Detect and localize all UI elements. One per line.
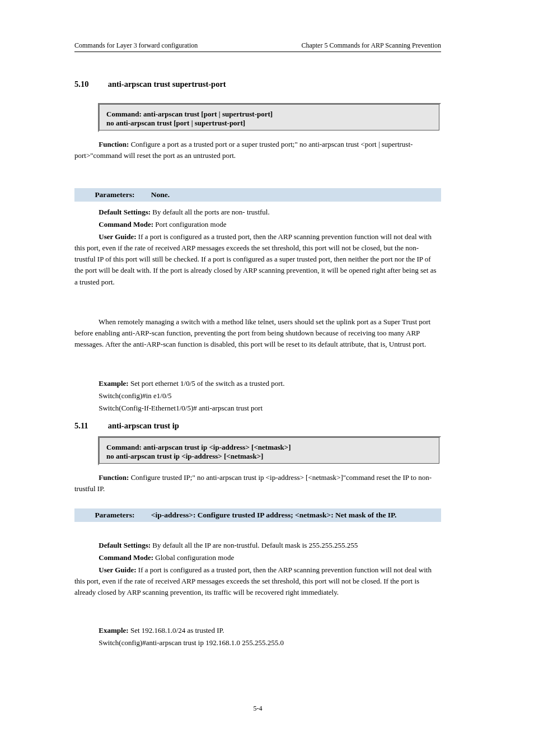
section-number: 5.10: [74, 80, 106, 89]
command-text: Command: anti-arpscan trust [port | supe…: [106, 110, 433, 128]
default-settings-row-2: Default Settings: By default all the IP …: [74, 540, 441, 551]
example-label: Example:: [99, 379, 128, 388]
section-title: anti-arpscan trust supertrust-port: [108, 80, 226, 88]
example-text: Set 192.168.1.0/24 as trusted IP.: [130, 626, 224, 634]
page-number-value: 5-4: [254, 704, 263, 712]
command-mode-row: Command Mode: Port configuration mode: [74, 219, 441, 230]
command-mode-label: Command Mode:: [99, 553, 153, 562]
parameters-band: Parameters: None.: [74, 188, 441, 202]
function-label: Function:: [99, 473, 129, 482]
header-left: Commands for Layer 3 forward configurati…: [74, 41, 198, 50]
section-heading-5-10: 5.10 anti-arpscan trust supertrust-port: [74, 80, 441, 89]
command-mode-text: Global configuration mode: [155, 553, 234, 562]
section-title: anti-arpscan trust ip: [108, 421, 179, 430]
example-text: Set port ethernet 1/0/5 of the switch as…: [130, 379, 284, 388]
command-mode-text: Port configuration mode: [155, 220, 226, 228]
example-row-2: Example: Set 192.168.1.0/24 as trusted I…: [74, 625, 441, 636]
parameters-label: Parameters:: [93, 508, 149, 522]
default-settings-label: Default Settings:: [99, 208, 151, 216]
default-settings-text: By default all the IP are non-trustful. …: [152, 541, 358, 549]
parameters-label: Parameters:: [93, 188, 149, 202]
section-number: 5.11: [74, 421, 106, 431]
default-settings-text: By default all the ports are non- trustf…: [152, 208, 269, 216]
page-number: 5-4: [74, 704, 441, 713]
user-guide-row-2: User Guide: If a port is configured as a…: [74, 564, 441, 598]
command-mode-row-2: Command Mode: Global configuration mode: [74, 552, 441, 563]
example-line-2-1: Switch(config)#anti-arpscan trust ip 192…: [74, 637, 441, 648]
dhcp-note-text: When remotely managing a switch with a m…: [74, 318, 430, 348]
command-box: Command: anti-arpscan trust ip <ip-addre…: [98, 436, 441, 465]
page: Commands for Layer 3 forward configurati…: [0, 0, 534, 756]
example-row: Example: Set port ethernet 1/0/5 of the …: [74, 378, 441, 389]
function-row: Function: Configure a port as a trusted …: [74, 139, 441, 161]
command-box: Command: anti-arpscan trust [port | supe…: [98, 103, 441, 132]
example-cmd-2: Switch(Config-If-Ethernet1/0/5)# anti-ar…: [99, 404, 263, 412]
parameters-value: None.: [151, 190, 170, 199]
parameters-value: <ip-address>: Configure trusted IP addre…: [151, 511, 397, 519]
section-heading-5-11: 5.11 anti-arpscan trust ip: [74, 421, 441, 431]
user-guide-label: User Guide:: [99, 232, 136, 241]
default-settings-label: Default Settings:: [99, 541, 151, 549]
dhcp-note: When remotely managing a switch with a m…: [74, 316, 441, 350]
command-mode-label: Command Mode:: [99, 220, 153, 228]
header-rule: [74, 52, 441, 52]
example-cmd-1: Switch(config)#in e1/0/5: [99, 391, 171, 400]
user-guide-row: User Guide: If a port is configured as a…: [74, 231, 441, 288]
default-settings-row: Default Settings: By default all the por…: [74, 207, 441, 218]
example-line-2: Switch(Config-If-Ethernet1/0/5)# anti-ar…: [74, 403, 441, 414]
parameters-band-2: Parameters: <ip-address>: Configure trus…: [74, 508, 441, 522]
user-guide-label: User Guide:: [99, 566, 136, 574]
example-label: Example:: [99, 626, 128, 634]
example-cmd: Switch(config)#anti-arpscan trust ip 192…: [99, 638, 284, 647]
function-label: Function:: [99, 140, 129, 148]
command-text: Command: anti-arpscan trust ip <ip-addre…: [106, 443, 433, 461]
page-header: Commands for Layer 3 forward configurati…: [74, 41, 441, 50]
header-right: Chapter 5 Commands for ARP Scanning Prev…: [301, 41, 441, 50]
function-row-2: Function: Configure trusted IP;" no anti…: [74, 472, 441, 494]
example-line-1: Switch(config)#in e1/0/5: [74, 390, 441, 402]
